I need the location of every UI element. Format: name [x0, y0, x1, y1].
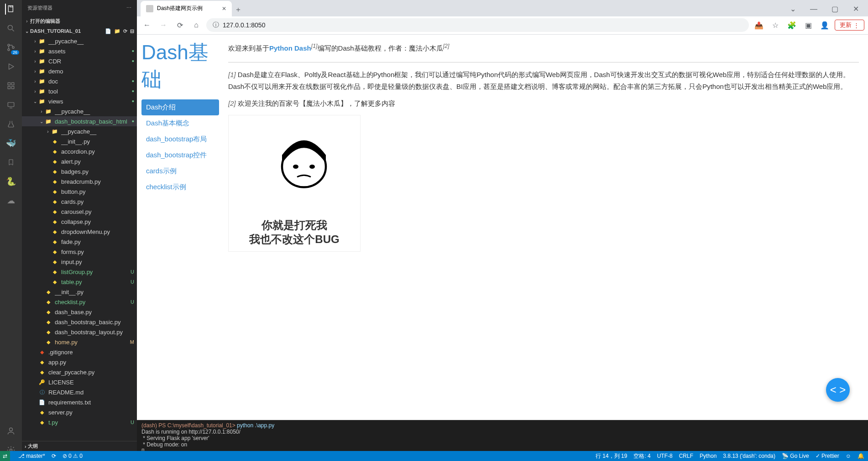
new-folder-icon[interactable]: 📁 — [114, 28, 120, 34]
prettier-status[interactable]: ✓ Prettier — [816, 453, 839, 459]
side-panel-icon[interactable]: ▣ — [802, 19, 815, 31]
file-item[interactable]: ◆.gitignore — [22, 347, 137, 357]
folder-item[interactable]: ›📁assets• — [22, 46, 137, 56]
bookmark-icon[interactable] — [5, 157, 16, 168]
file-item[interactable]: ◆button.py — [22, 186, 137, 197]
folder-item[interactable]: ›📁tool• — [22, 86, 137, 96]
dash-nav-item[interactable]: Dash介绍 — [141, 99, 219, 115]
back-button[interactable]: ← — [141, 19, 153, 31]
maximize-icon[interactable]: ▢ — [824, 3, 845, 16]
go-live[interactable]: 📡 Go Live — [782, 453, 809, 459]
folder-item[interactable]: ›📁demo — [22, 66, 137, 76]
file-item[interactable]: ◆__init__.py — [22, 287, 137, 297]
file-item[interactable]: ◆clear_pycache.py — [22, 367, 137, 377]
run-debug-icon[interactable] — [5, 61, 16, 72]
file-item[interactable]: ◆forms.py — [22, 247, 137, 257]
site-info-icon[interactable]: ⓘ — [213, 21, 219, 29]
git-sync[interactable]: ⟳ — [52, 453, 56, 459]
file-item[interactable]: ◆dropdownMenu.py — [22, 227, 137, 237]
eol[interactable]: CRLF — [679, 453, 693, 459]
new-file-icon[interactable]: 📄 — [105, 28, 111, 34]
account-icon[interactable] — [5, 425, 16, 436]
file-item[interactable]: ◆server.py — [22, 407, 137, 417]
cursor-position[interactable]: 行 14，列 19 — [596, 452, 627, 460]
folder-item[interactable]: ›📁__pycache__ — [22, 36, 137, 46]
source-control-icon[interactable]: 26 — [5, 42, 16, 53]
forward-button[interactable]: → — [157, 19, 170, 31]
indent-info[interactable]: 空格: 4 — [633, 452, 650, 460]
dev-tools-fab[interactable]: < > — [826, 378, 850, 402]
file-item[interactable]: ◆t.pyU — [22, 417, 137, 427]
dash-nav-item[interactable]: Dash基本概念 — [141, 115, 219, 131]
dash-nav-item[interactable]: checklist示例 — [141, 179, 219, 195]
explorer-icon[interactable] — [5, 4, 16, 15]
dash-nav-item[interactable]: cards示例 — [141, 163, 219, 179]
project-header[interactable]: ⌄ DASH_TUTORIAL_01 📄 📁 ⟳ ⊟ — [22, 26, 137, 36]
address-bar[interactable]: ⓘ 127.0.0.1:8050 — [206, 18, 749, 32]
git-branch[interactable]: ⎇ master* — [18, 453, 45, 459]
file-item[interactable]: ◆app.py — [22, 357, 137, 367]
file-item[interactable]: 🔑LICENSE — [22, 377, 137, 387]
svg-rect-8 — [12, 83, 14, 85]
cloud-icon[interactable]: ☁ — [5, 195, 16, 206]
file-item[interactable]: ◆fade.py — [22, 237, 137, 247]
open-editors-section[interactable]: › 打开的编辑器 — [22, 16, 137, 26]
profile-icon[interactable]: 👤 — [818, 19, 831, 31]
file-item[interactable]: ◆carousel.py — [22, 207, 137, 217]
file-item[interactable]: ⓘREADME.md — [22, 387, 137, 397]
testing-icon[interactable] — [5, 119, 16, 129]
browser-tab[interactable]: Dash搭建网页示例 ✕ — [141, 1, 232, 16]
new-tab-button[interactable]: ＋ — [232, 4, 245, 16]
home-button[interactable]: ⌂ — [190, 19, 203, 31]
outline-section[interactable]: › 大纲 — [22, 441, 137, 451]
folder-item[interactable]: ›📁CDR• — [22, 56, 137, 66]
collapse-icon[interactable]: ⊟ — [130, 28, 134, 34]
minimize-icon[interactable]: — — [803, 3, 824, 16]
file-item[interactable]: ◆alert.py — [22, 156, 137, 166]
feedback-icon[interactable]: ☺ — [846, 453, 851, 459]
file-item[interactable]: ◆dash_bootstrap_basic.py — [22, 317, 137, 327]
share-icon[interactable]: 📤 — [753, 19, 765, 31]
folder-item[interactable]: ⌄📁dash_bootstrap_basic_html• — [22, 116, 137, 126]
dash-nav-item[interactable]: dash_bootstrap布局 — [141, 131, 219, 147]
file-item[interactable]: ◆badges.py — [22, 166, 137, 176]
file-item[interactable]: ◆collapse.py — [22, 217, 137, 227]
close-tab-icon[interactable]: ✕ — [222, 5, 226, 12]
refresh-icon[interactable]: ⟳ — [123, 28, 127, 34]
bookmark-star-icon[interactable]: ☆ — [769, 19, 782, 31]
reload-button[interactable]: ⟳ — [173, 19, 186, 31]
problems[interactable]: ⊘ 0 ⚠ 0 — [63, 453, 83, 459]
file-item[interactable]: ◆__init__.py — [22, 136, 137, 146]
extensions-icon[interactable] — [5, 80, 16, 91]
remote-indicator[interactable]: ⇄ — [0, 451, 10, 461]
notifications-icon[interactable]: 🔔 — [858, 453, 864, 459]
more-icon[interactable]: ⋯ — [126, 5, 131, 11]
file-item[interactable]: ◆cards.py — [22, 197, 137, 207]
file-item[interactable]: ◆breadcrumb.py — [22, 176, 137, 186]
window-dropdown-icon[interactable]: ⌄ — [782, 3, 803, 16]
file-item[interactable]: 📄requirements.txt — [22, 397, 137, 407]
encoding[interactable]: UTF-8 — [657, 453, 673, 459]
file-item[interactable]: ◆input.py — [22, 257, 137, 267]
folder-item[interactable]: ⌄📁views• — [22, 96, 137, 106]
file-item[interactable]: ◆home.pyM — [22, 337, 137, 347]
close-window-icon[interactable]: ✕ — [845, 3, 866, 16]
search-icon[interactable] — [5, 23, 16, 34]
language-mode[interactable]: Python — [700, 453, 716, 459]
file-item[interactable]: ◆checklist.pyU — [22, 297, 137, 307]
extensions-puzzle-icon[interactable]: 🧩 — [785, 19, 798, 31]
file-item[interactable]: ◆accordion.py — [22, 146, 137, 156]
docker-icon[interactable]: 🐳 — [5, 138, 16, 149]
dash-nav-item[interactable]: dash_bootstrap控件 — [141, 147, 219, 163]
remote-icon[interactable] — [5, 99, 16, 110]
folder-item[interactable]: ›📁doc• — [22, 76, 137, 86]
folder-item[interactable]: ›📁__pycache__ — [22, 106, 137, 116]
update-button[interactable]: 更新 ⋮ — [835, 20, 864, 31]
python-interpreter[interactable]: 3.8.13 ('dash': conda) — [723, 453, 775, 459]
file-item[interactable]: ◆dash_bootstrap_layout.py — [22, 327, 137, 337]
file-item[interactable]: ◆table.pyU — [22, 277, 137, 287]
python-icon[interactable]: 🐍 — [5, 176, 16, 187]
file-item[interactable]: ◆listGroup.pyU — [22, 267, 137, 277]
file-item[interactable]: ◆dash_base.py — [22, 307, 137, 317]
folder-item[interactable]: ›📁__pycache__ — [22, 126, 137, 136]
